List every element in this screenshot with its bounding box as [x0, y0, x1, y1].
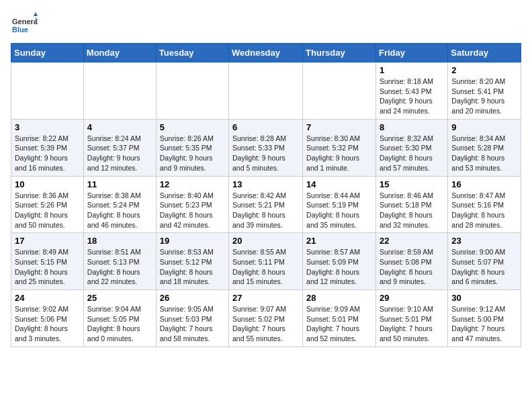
day-info: Sunrise: 8:28 AM Sunset: 5:33 PM Dayligh… — [232, 134, 299, 173]
day-number: 20 — [232, 236, 299, 246]
calendar-cell: 21Sunrise: 8:57 AM Sunset: 5:09 PM Dayli… — [303, 233, 376, 290]
calendar-cell: 12Sunrise: 8:40 AM Sunset: 5:23 PM Dayli… — [156, 176, 228, 233]
day-number: 3 — [15, 122, 80, 132]
calendar-cell — [303, 62, 376, 120]
day-info: Sunrise: 8:26 AM Sunset: 5:35 PM Dayligh… — [160, 134, 225, 173]
day-number: 5 — [160, 122, 225, 132]
logo: General Blue — [11, 11, 40, 38]
calendar-cell: 8Sunrise: 8:32 AM Sunset: 5:30 PM Daylig… — [375, 119, 447, 176]
day-number: 24 — [15, 293, 80, 303]
calendar-cell: 13Sunrise: 8:42 AM Sunset: 5:21 PM Dayli… — [229, 176, 303, 233]
calendar-cell: 15Sunrise: 8:46 AM Sunset: 5:18 PM Dayli… — [375, 176, 447, 233]
day-number: 18 — [87, 236, 152, 246]
calendar-cell — [83, 62, 156, 120]
page-header: General Blue — [11, 11, 521, 38]
day-info: Sunrise: 8:42 AM Sunset: 5:21 PM Dayligh… — [232, 191, 299, 230]
day-number: 28 — [306, 293, 372, 303]
calendar-cell: 6Sunrise: 8:28 AM Sunset: 5:33 PM Daylig… — [229, 119, 303, 176]
day-info: Sunrise: 8:36 AM Sunset: 5:26 PM Dayligh… — [15, 191, 80, 230]
calendar-cell: 19Sunrise: 8:53 AM Sunset: 5:12 PM Dayli… — [156, 233, 228, 290]
calendar-cell: 10Sunrise: 8:36 AM Sunset: 5:26 PM Dayli… — [11, 176, 84, 233]
day-number: 14 — [306, 179, 372, 189]
day-number: 22 — [380, 236, 444, 246]
calendar-cell: 1Sunrise: 8:18 AM Sunset: 5:43 PM Daylig… — [375, 62, 447, 120]
day-number: 8 — [380, 122, 444, 132]
weekday-header: Friday — [375, 44, 447, 62]
day-number: 30 — [451, 293, 517, 303]
calendar-cell — [229, 62, 303, 120]
calendar-cell: 4Sunrise: 8:24 AM Sunset: 5:37 PM Daylig… — [83, 119, 156, 176]
day-info: Sunrise: 8:40 AM Sunset: 5:23 PM Dayligh… — [160, 191, 225, 230]
day-number: 2 — [451, 65, 517, 75]
day-info: Sunrise: 8:18 AM Sunset: 5:43 PM Dayligh… — [380, 77, 444, 116]
calendar-cell: 7Sunrise: 8:30 AM Sunset: 5:32 PM Daylig… — [303, 119, 376, 176]
weekday-header: Tuesday — [156, 44, 228, 62]
day-info: Sunrise: 8:53 AM Sunset: 5:12 PM Dayligh… — [160, 247, 225, 287]
calendar-week-row: 1Sunrise: 8:18 AM Sunset: 5:43 PM Daylig… — [11, 62, 521, 120]
weekday-header: Saturday — [448, 44, 521, 62]
weekday-header: Thursday — [303, 44, 376, 62]
day-number: 17 — [15, 236, 80, 246]
calendar-cell: 26Sunrise: 9:05 AM Sunset: 5:03 PM Dayli… — [156, 290, 228, 347]
day-info: Sunrise: 8:22 AM Sunset: 5:39 PM Dayligh… — [15, 134, 80, 173]
day-info: Sunrise: 8:32 AM Sunset: 5:30 PM Dayligh… — [380, 134, 444, 173]
day-number: 19 — [160, 236, 225, 246]
calendar-week-row: 24Sunrise: 9:02 AM Sunset: 5:06 PM Dayli… — [11, 290, 521, 347]
calendar-cell: 3Sunrise: 8:22 AM Sunset: 5:39 PM Daylig… — [11, 119, 84, 176]
calendar-cell: 24Sunrise: 9:02 AM Sunset: 5:06 PM Dayli… — [11, 290, 84, 347]
day-number: 27 — [232, 293, 299, 303]
day-number: 23 — [451, 236, 517, 246]
day-number: 11 — [87, 179, 152, 189]
calendar-cell: 18Sunrise: 8:51 AM Sunset: 5:13 PM Dayli… — [83, 233, 156, 290]
weekday-header: Sunday — [11, 44, 84, 62]
calendar-header-row: SundayMondayTuesdayWednesdayThursdayFrid… — [11, 44, 521, 62]
calendar-week-row: 3Sunrise: 8:22 AM Sunset: 5:39 PM Daylig… — [11, 119, 521, 176]
day-info: Sunrise: 9:05 AM Sunset: 5:03 PM Dayligh… — [160, 304, 225, 344]
calendar-cell: 11Sunrise: 8:38 AM Sunset: 5:24 PM Dayli… — [83, 176, 156, 233]
day-info: Sunrise: 8:24 AM Sunset: 5:37 PM Dayligh… — [87, 134, 152, 173]
day-number: 16 — [451, 179, 517, 189]
day-info: Sunrise: 9:10 AM Sunset: 5:01 PM Dayligh… — [380, 304, 444, 344]
day-number: 4 — [87, 122, 152, 132]
calendar-cell: 30Sunrise: 9:12 AM Sunset: 5:00 PM Dayli… — [448, 290, 521, 347]
calendar-cell: 23Sunrise: 9:00 AM Sunset: 5:07 PM Dayli… — [448, 233, 521, 290]
day-number: 10 — [15, 179, 80, 189]
day-info: Sunrise: 8:59 AM Sunset: 5:08 PM Dayligh… — [380, 247, 444, 287]
day-info: Sunrise: 8:38 AM Sunset: 5:24 PM Dayligh… — [87, 191, 152, 230]
day-info: Sunrise: 8:44 AM Sunset: 5:19 PM Dayligh… — [306, 191, 372, 230]
weekday-header: Wednesday — [229, 44, 303, 62]
calendar-cell: 17Sunrise: 8:49 AM Sunset: 5:15 PM Dayli… — [11, 233, 84, 290]
day-info: Sunrise: 9:02 AM Sunset: 5:06 PM Dayligh… — [15, 304, 80, 344]
day-number: 21 — [306, 236, 372, 246]
day-info: Sunrise: 8:57 AM Sunset: 5:09 PM Dayligh… — [306, 247, 372, 287]
day-number: 15 — [380, 179, 444, 189]
day-info: Sunrise: 9:07 AM Sunset: 5:02 PM Dayligh… — [232, 304, 299, 344]
day-number: 29 — [380, 293, 444, 303]
day-info: Sunrise: 8:34 AM Sunset: 5:28 PM Dayligh… — [451, 134, 517, 173]
calendar-cell: 27Sunrise: 9:07 AM Sunset: 5:02 PM Dayli… — [229, 290, 303, 347]
day-number: 6 — [232, 122, 299, 132]
calendar-week-row: 17Sunrise: 8:49 AM Sunset: 5:15 PM Dayli… — [11, 233, 521, 290]
day-info: Sunrise: 8:47 AM Sunset: 5:16 PM Dayligh… — [451, 191, 517, 230]
day-info: Sunrise: 8:49 AM Sunset: 5:15 PM Dayligh… — [15, 247, 80, 287]
calendar-table: SundayMondayTuesdayWednesdayThursdayFrid… — [11, 43, 521, 347]
day-info: Sunrise: 8:20 AM Sunset: 5:41 PM Dayligh… — [451, 77, 517, 116]
svg-text:General: General — [12, 17, 38, 26]
calendar-cell: 28Sunrise: 9:09 AM Sunset: 5:01 PM Dayli… — [303, 290, 376, 347]
svg-text:Blue: Blue — [12, 26, 28, 34]
calendar-cell: 9Sunrise: 8:34 AM Sunset: 5:28 PM Daylig… — [448, 119, 521, 176]
calendar-cell: 2Sunrise: 8:20 AM Sunset: 5:41 PM Daylig… — [448, 62, 521, 120]
calendar-cell: 25Sunrise: 9:04 AM Sunset: 5:05 PM Dayli… — [83, 290, 156, 347]
calendar-cell — [156, 62, 228, 120]
day-number: 9 — [451, 122, 517, 132]
day-info: Sunrise: 9:12 AM Sunset: 5:00 PM Dayligh… — [451, 304, 517, 344]
day-info: Sunrise: 8:46 AM Sunset: 5:18 PM Dayligh… — [380, 191, 444, 230]
day-info: Sunrise: 8:30 AM Sunset: 5:32 PM Dayligh… — [306, 134, 372, 173]
calendar-cell: 22Sunrise: 8:59 AM Sunset: 5:08 PM Dayli… — [375, 233, 447, 290]
calendar-cell — [11, 62, 84, 120]
day-info: Sunrise: 8:51 AM Sunset: 5:13 PM Dayligh… — [87, 247, 152, 287]
day-number: 7 — [306, 122, 372, 132]
calendar-cell: 20Sunrise: 8:55 AM Sunset: 5:11 PM Dayli… — [229, 233, 303, 290]
calendar-week-row: 10Sunrise: 8:36 AM Sunset: 5:26 PM Dayli… — [11, 176, 521, 233]
weekday-header: Monday — [83, 44, 156, 62]
